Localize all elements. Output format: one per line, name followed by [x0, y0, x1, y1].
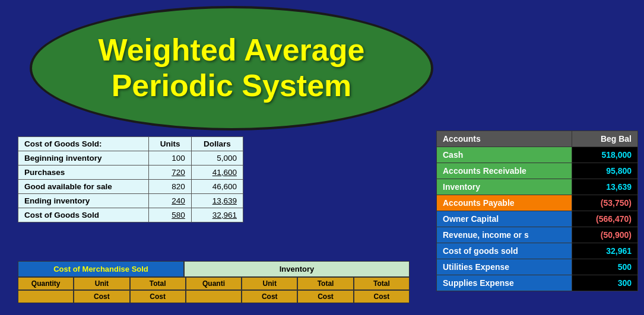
cogs-row-label: Beginning inventory: [18, 151, 149, 166]
cogs-row-dollars: 41,600: [191, 166, 243, 180]
cogs-row-units: 580: [149, 208, 191, 222]
account-value: 518,000: [572, 147, 637, 163]
account-name: Inventory: [437, 179, 572, 195]
account-name: Accounts Receivable: [437, 163, 572, 179]
bottom-label-row: Cost Cost Cost Cost Cost: [18, 290, 410, 303]
bottom-header-row: Cost of Merchandise Sold Inventory: [18, 261, 410, 277]
sub-unit-cost: Unit: [74, 277, 129, 290]
cogs-row-units: 240: [149, 194, 191, 208]
title-line2: Periodic System: [112, 68, 352, 103]
lbl-ty: [186, 290, 242, 303]
lbl-cost2: Cost: [130, 290, 186, 303]
account-name: Cost of goods sold: [437, 243, 572, 259]
cogs-row-dollars: 32,961: [191, 208, 243, 222]
account-value: (50,900): [572, 227, 637, 243]
accounts-col-header: Accounts: [437, 131, 572, 147]
account-value: 95,800: [572, 163, 637, 179]
account-name: Utilities Expense: [437, 259, 572, 275]
cogs-row-units: 820: [149, 180, 191, 194]
account-name: Accounts Payable: [437, 195, 572, 211]
beg-bal-col-header: Beg Bal: [572, 131, 637, 147]
cogs-row-label: Good available for sale: [18, 180, 149, 194]
cogs-row-dollars: 13,639: [191, 194, 243, 208]
account-name: Owner Capital: [437, 211, 572, 227]
sub-total-cost: Total: [130, 277, 186, 290]
lbl-empty: [18, 290, 74, 303]
account-value: 500: [572, 259, 637, 275]
cogs-row-dollars: 46,600: [191, 180, 243, 194]
title-line1: Weighted Average: [99, 33, 365, 67]
bottom-section: Cost of Merchandise Sold Inventory Quant…: [18, 261, 410, 303]
col-dollars: Dollars: [191, 137, 243, 151]
bottom-subheader-row: Quantity Unit Total Quanti Unit Total To…: [18, 277, 410, 290]
lbl-cost4: Cost: [297, 290, 353, 303]
account-value: 13,639: [572, 179, 637, 195]
account-name: Supplies Expense: [437, 275, 572, 291]
cogs-row-label: Cost of Goods Sold: [18, 208, 149, 222]
lbl-cost3: Cost: [242, 290, 297, 303]
account-value: 300: [572, 275, 637, 291]
sub-unit-cost2: Unit: [242, 277, 297, 290]
col-units: Units: [149, 137, 191, 151]
accounts-table: Accounts Beg Bal Cash518,000Accounts Rec…: [436, 131, 638, 291]
account-value: (566,470): [572, 211, 637, 227]
account-name: Revenue, income or s: [437, 227, 572, 243]
sub-quantity: Quantity: [18, 277, 74, 290]
bottom-right-header: Inventory: [184, 261, 410, 277]
sub-quanti: Quanti: [186, 277, 242, 290]
cogs-table: Cost of Goods Sold: Units Dollars Beginn…: [18, 136, 243, 222]
cogs-row-dollars: 5,000: [191, 151, 243, 166]
bottom-left-header: Cost of Merchandise Sold: [18, 261, 184, 277]
sub-total-cost2: Total: [297, 277, 353, 290]
account-value: (53,750): [572, 195, 637, 211]
lbl-cost5: Cost: [354, 290, 410, 303]
account-name: Cash: [437, 147, 572, 163]
cogs-row-units: 720: [149, 166, 191, 180]
cogs-table-wrapper: Cost of Goods Sold: Units Dollars Beginn…: [18, 136, 243, 222]
account-value: 32,961: [572, 243, 637, 259]
sub-total-cost3: Total: [354, 277, 410, 290]
accounts-panel: Accounts Beg Bal Cash518,000Accounts Rec…: [436, 131, 638, 291]
cogs-row-units: 100: [149, 151, 191, 166]
cogs-row-label: Ending inventory: [18, 194, 149, 208]
cogs-title: Cost of Goods Sold:: [18, 137, 149, 151]
header-title: Weighted Average Periodic System: [99, 33, 365, 104]
header-ellipse: Weighted Average Periodic System: [30, 6, 433, 131]
lbl-cost: Cost: [74, 290, 129, 303]
cogs-row-label: Purchases: [18, 166, 149, 180]
